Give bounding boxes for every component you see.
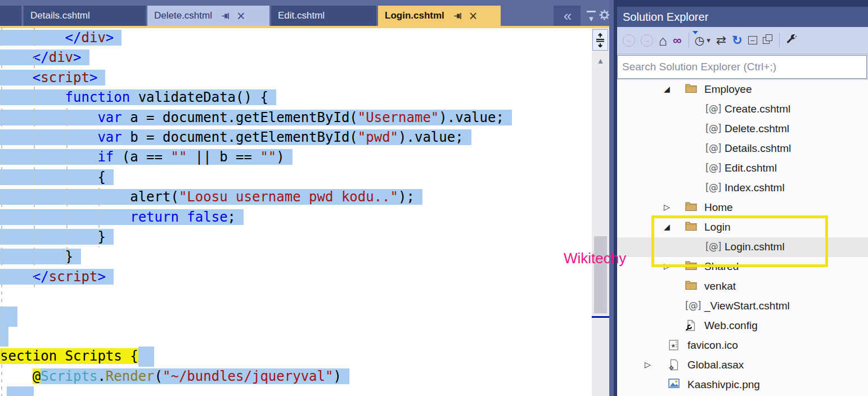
code-line[interactable]: [0, 307, 592, 326]
properties-button[interactable]: [785, 33, 798, 48]
sync-with-active-document-button[interactable]: ∞: [673, 34, 682, 47]
scroll-up-arrow[interactable]: ▲: [592, 56, 609, 65]
tree-item-login[interactable]: ◢Login: [617, 218, 868, 237]
panel-title-bar[interactable]: Solution Explorer: [617, 7, 868, 27]
tree-item-label: Delete.cshtml: [725, 123, 789, 135]
code-editor[interactable]: </div> </div> <script> function validate…: [0, 28, 592, 396]
tab-details-cshtml[interactable]: Details.cshtml: [24, 6, 146, 26]
tree-item--viewstart-cshtml[interactable]: [@]_ViewStart.cshtml: [617, 296, 868, 316]
code-line[interactable]: if (a == "" || b == ""): [0, 147, 592, 167]
expander-closed-icon[interactable]: ▷: [664, 262, 670, 271]
clock-filter-icon: ◷: [695, 34, 704, 47]
show-all-files-button[interactable]: [763, 37, 772, 44]
tree-item-login-cshtml[interactable]: [@]Login.cshtml: [617, 237, 868, 257]
pending-changes-filter-button[interactable]: ◷ ▾: [695, 34, 710, 47]
splitter-icon: [595, 33, 605, 47]
tab-login-cshtml[interactable]: Login.cshtml×: [378, 6, 501, 26]
pin-icon[interactable]: [221, 12, 230, 20]
switch-views-button[interactable]: ⇄: [716, 33, 726, 48]
settings-button[interactable]: [599, 9, 610, 23]
search-box-area: [617, 54, 868, 80]
code-line[interactable]: [0, 386, 592, 396]
code-line[interactable]: [0, 327, 592, 346]
selection-block: [7, 386, 34, 396]
solution-tree: ◢Employee[@]Create.cshtml[@]Delete.cshtm…: [617, 80, 868, 396]
tree-item-kaashivpic-png[interactable]: Kaashivpic.png: [617, 375, 868, 395]
tree-item-create-cshtml[interactable]: [@]Create.cshtml: [617, 100, 868, 119]
tree-item-favicon-ico[interactable]: ★favicon.ico: [617, 336, 868, 356]
pin-icon[interactable]: [453, 12, 462, 20]
expander-open-icon[interactable]: ◢: [664, 222, 670, 231]
tree-item-label: Login.cshtml: [725, 241, 785, 253]
split-window-handle[interactable]: [592, 29, 608, 51]
sync-active-document-icon: ∞: [673, 34, 682, 47]
code-line[interactable]: [0, 287, 592, 307]
collapse-all-button[interactable]: −: [748, 36, 757, 44]
razor-icon: [@]: [705, 162, 721, 173]
expander-open-icon[interactable]: ◢: [664, 84, 670, 93]
selection-tail: [138, 346, 154, 366]
window-list-button[interactable]: ▼: [585, 11, 597, 24]
tree-item-label: _ViewStart.cshtml: [704, 300, 790, 312]
code-line[interactable]: alert("Loosu username pwd kodu..");: [0, 187, 592, 207]
tree-item-global-asax[interactable]: ▷Global.asax: [617, 356, 868, 375]
toolbar-separator: [779, 33, 780, 48]
tree-item-details-cshtml[interactable]: [@]Details.cshtml: [617, 139, 868, 159]
folder-icon: [685, 83, 697, 93]
editor-scrollbar[interactable]: ▲: [592, 28, 609, 396]
tab-label: Login.cshtml: [385, 10, 444, 21]
tree-item-label: favicon.ico: [687, 339, 738, 352]
home-icon: ⌂: [659, 34, 667, 47]
search-input[interactable]: [617, 55, 867, 79]
code-line[interactable]: return false;: [0, 208, 592, 227]
code-line[interactable]: section Scripts {: [0, 346, 592, 366]
tree-item-label: Login: [704, 221, 731, 233]
tree-item-venkat[interactable]: venkat: [617, 277, 868, 296]
toolbar-separator: [689, 33, 689, 48]
razor-icon: [@]: [705, 182, 721, 193]
tree-item-web-config[interactable]: Web.config: [617, 316, 868, 336]
code-line[interactable]: </div>: [0, 28, 592, 48]
code-line[interactable]: </div>: [0, 48, 592, 68]
tree-item-edit-cshtml[interactable]: [@]Edit.cshtml: [617, 159, 868, 178]
code-line[interactable]: {: [0, 168, 592, 187]
close-icon[interactable]: ×: [469, 10, 478, 21]
tab-label: Details.cshtml: [30, 10, 90, 21]
tree-item-label: Create.cshtml: [725, 103, 790, 115]
code-line[interactable]: }: [0, 247, 592, 267]
tree-item-employee[interactable]: ◢Employee: [617, 80, 868, 100]
code-line[interactable]: @Scripts.Render("~/bundles/jqueryval"): [0, 367, 592, 386]
nav-forward-button[interactable]: →: [641, 34, 653, 47]
tree-item-label: Kaashivpic.png: [687, 379, 760, 391]
code-line[interactable]: </script>: [0, 267, 592, 287]
expander-closed-icon[interactable]: ▷: [664, 202, 670, 212]
close-icon[interactable]: ×: [237, 10, 245, 21]
folder-icon: [685, 221, 697, 231]
tree-item-delete-cshtml[interactable]: [@]Delete.cshtml: [617, 119, 868, 139]
tree-item-shared[interactable]: ▷Shared: [617, 257, 868, 277]
tree-item-label: Details.cshtml: [725, 142, 791, 155]
funnel-icon: [692, 31, 698, 34]
promote-tabs-button[interactable]: «: [554, 6, 581, 26]
tab-strip-stub: [0, 6, 21, 26]
tree-item-index-cshtml[interactable]: [@]Index.cshtml: [617, 178, 868, 198]
tree-item-label: Web.config: [704, 320, 758, 332]
image-icon: [668, 379, 680, 388]
code-line[interactable]: function validateData() {: [0, 88, 592, 107]
global-icon: [668, 359, 679, 371]
panel-top-strip: [617, 0, 868, 7]
home-button[interactable]: ⌂: [659, 34, 667, 47]
tab-label: Delete.cshtml: [154, 10, 212, 21]
tab-delete-cshtml[interactable]: Delete.cshtml×: [147, 6, 269, 26]
scrollbar-thumb[interactable]: [594, 236, 607, 313]
code-line[interactable]: var a = document.getElementById("Usernam…: [0, 108, 592, 128]
tree-item-home[interactable]: ▷Home: [617, 198, 868, 218]
code-line[interactable]: var b = document.getElementById("pwd").v…: [0, 128, 592, 147]
refresh-button[interactable]: ↻: [732, 33, 742, 48]
nav-back-button[interactable]: ←: [623, 34, 635, 47]
code-line[interactable]: <script>: [0, 68, 592, 88]
code-line[interactable]: }: [0, 227, 592, 247]
tab-edit-cshtml[interactable]: Edit.cshtml: [271, 6, 376, 26]
expander-closed-icon[interactable]: ▷: [645, 360, 651, 369]
forward-arrow-icon: →: [641, 34, 653, 47]
